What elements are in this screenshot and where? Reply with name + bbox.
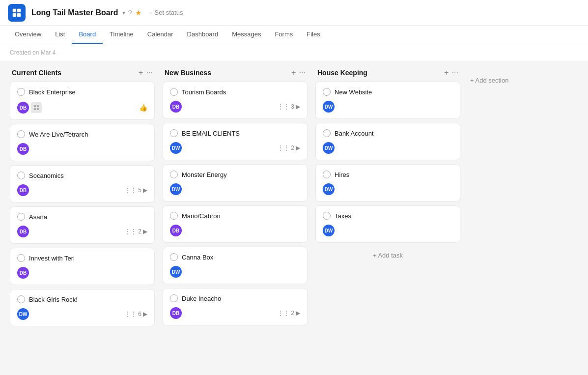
check-icon xyxy=(170,88,178,96)
card-name: Socanomics xyxy=(29,172,64,179)
column-current-clients: Current Clients + ··· Black Enterprise ·… xyxy=(10,69,155,369)
card-name: New Website xyxy=(335,88,372,96)
created-label: Created on Mar 4 xyxy=(0,44,588,61)
tab-timeline[interactable]: Timeline xyxy=(103,26,140,44)
column-menu-icon[interactable]: ··· xyxy=(146,69,153,77)
card-duke-ineacho[interactable]: Duke Ineacho DB ⋮⋮ 2 ▶ xyxy=(163,288,308,325)
subtask-count: ⋮⋮ 5 ▶ xyxy=(125,187,147,194)
card-socanomics[interactable]: Socanomics DB ⋮⋮ 5 ▶ xyxy=(10,165,155,202)
avatar: DB xyxy=(17,184,29,196)
svg-rect-3 xyxy=(17,13,21,16)
subtask-count: ⋮⋮ 2 ▶ xyxy=(125,228,147,235)
card-be-email-clients[interactable]: BE EMAIL CLIENTS DW ⋮⋮ 2 ▶ xyxy=(163,123,308,160)
tab-messages[interactable]: Messages xyxy=(225,26,268,44)
add-card-icon[interactable]: + xyxy=(139,69,143,77)
tab-dashboard[interactable]: Dashboard xyxy=(180,26,225,44)
svg-rect-1 xyxy=(17,8,21,12)
card-asana[interactable]: Asana DB ⋮⋮ 2 ▶ xyxy=(10,206,155,244)
check-icon xyxy=(170,171,178,178)
check-icon xyxy=(17,172,25,179)
add-task-button[interactable]: + Add task xyxy=(315,247,460,264)
tab-list[interactable]: List xyxy=(48,26,72,44)
card-innvest-with-teri[interactable]: Innvest with Teri DB xyxy=(10,248,155,285)
card-black-enterprise[interactable]: Black Enterprise ··· DB 👍 xyxy=(10,82,155,120)
play-icon: ▶ xyxy=(143,187,147,194)
header-icons: ▾ ? ★ xyxy=(122,8,141,17)
column-title-house-keeping: House Keeping xyxy=(317,69,367,77)
avatar: DW xyxy=(323,142,335,154)
avatar: DW xyxy=(323,225,335,236)
star-icon[interactable]: ★ xyxy=(135,8,141,17)
help-icon[interactable]: ? xyxy=(128,8,132,17)
check-icon xyxy=(17,254,25,262)
avatar: DW xyxy=(323,183,335,195)
svg-rect-0 xyxy=(13,8,16,12)
card-canna-box[interactable]: Canna Box DW xyxy=(163,247,308,284)
card-black-girls-rock[interactable]: Black Girls Rock! DW ⋮⋮ 6 ▶ xyxy=(10,289,155,326)
column-header-new-business: New Business + ··· xyxy=(163,69,308,77)
tab-forms[interactable]: Forms xyxy=(268,26,300,44)
card-tourism-boards[interactable]: Tourism Boards DB ⋮⋮ 3 ▶ xyxy=(163,82,308,119)
add-card-icon[interactable]: + xyxy=(291,69,296,77)
tab-files[interactable]: Files xyxy=(300,26,327,44)
set-status-button[interactable]: Set status xyxy=(149,9,183,16)
check-icon xyxy=(323,129,331,137)
card-we-are-live[interactable]: We Are Live/Tetrarch DB xyxy=(10,124,155,161)
card-name: Canna Box xyxy=(182,254,213,261)
page-title: Long Tail Master Board xyxy=(31,8,118,17)
card-name: Black Girls Rock! xyxy=(29,296,78,303)
check-icon xyxy=(323,212,331,220)
card-name: Asana xyxy=(29,213,47,221)
avatar: DB xyxy=(170,101,182,113)
avatar: DB xyxy=(17,267,29,279)
column-actions-current-clients: + ··· xyxy=(139,69,153,77)
check-icon xyxy=(170,129,178,137)
card-name: Hires xyxy=(335,171,349,178)
add-section-button[interactable]: + Add section xyxy=(468,77,510,84)
column-title-current-clients: Current Clients xyxy=(12,69,61,77)
tab-calendar[interactable]: Calendar xyxy=(140,26,180,44)
add-card-icon[interactable]: + xyxy=(444,69,448,77)
svg-rect-4 xyxy=(34,105,36,107)
card-bank-account[interactable]: Bank Account DW xyxy=(315,123,460,160)
check-icon xyxy=(17,88,25,96)
check-icon xyxy=(170,253,178,261)
avatar: DW xyxy=(170,266,182,278)
nav-tabs: Overview List Board Timeline Calendar Da… xyxy=(0,26,588,44)
board-area: Current Clients + ··· Black Enterprise ·… xyxy=(0,61,588,375)
avatar: DB xyxy=(170,307,182,319)
app-logo[interactable] xyxy=(8,4,26,22)
column-menu-icon[interactable]: ··· xyxy=(452,69,458,77)
app-header: Long Tail Master Board ▾ ? ★ Set status xyxy=(0,0,588,26)
subtask-icon: ⋮⋮ xyxy=(125,187,137,194)
card-monster-energy[interactable]: Monster Energy DW xyxy=(163,164,308,202)
card-name: Black Enterprise xyxy=(29,88,76,96)
column-new-business: New Business + ··· Tourism Boards DB ⋮⋮ xyxy=(163,69,308,369)
tab-overview[interactable]: Overview xyxy=(8,26,48,44)
card-name: BE EMAIL CLIENTS xyxy=(182,130,240,137)
like-icon[interactable]: 👍 xyxy=(139,104,147,112)
column-menu-icon[interactable]: ··· xyxy=(299,69,306,77)
check-icon xyxy=(17,295,25,303)
column-house-keeping: House Keeping + ··· New Website DW xyxy=(315,69,460,369)
check-icon xyxy=(170,294,178,302)
svg-rect-5 xyxy=(37,105,39,107)
header-title-area: Long Tail Master Board ▾ ? ★ Set status xyxy=(31,8,183,17)
card-name: Innvest with Teri xyxy=(29,255,75,262)
subtask-count: ⋮⋮ 3 ▶ xyxy=(278,103,300,110)
card-name: Monster Energy xyxy=(182,171,227,178)
card-hires[interactable]: Hires DW xyxy=(315,164,460,202)
column-header-current-clients: Current Clients + ··· xyxy=(10,69,155,77)
card-taxes[interactable]: Taxes DW xyxy=(315,205,460,243)
chevron-down-icon[interactable]: ▾ xyxy=(122,9,125,16)
avatar: DB xyxy=(170,225,182,236)
card-mario-cabron[interactable]: Mario/Cabron DB xyxy=(163,205,308,243)
tab-board[interactable]: Board xyxy=(72,26,103,44)
card-name: Duke Ineacho xyxy=(182,295,221,302)
card-name: Mario/Cabron xyxy=(182,212,221,220)
card-name: Bank Account xyxy=(335,130,374,137)
card-new-website[interactable]: New Website DW xyxy=(315,82,460,119)
subtask-count: ⋮⋮ 2 ▶ xyxy=(278,310,300,317)
column-actions-new-business: + ··· xyxy=(291,69,306,77)
check-icon xyxy=(17,213,25,221)
